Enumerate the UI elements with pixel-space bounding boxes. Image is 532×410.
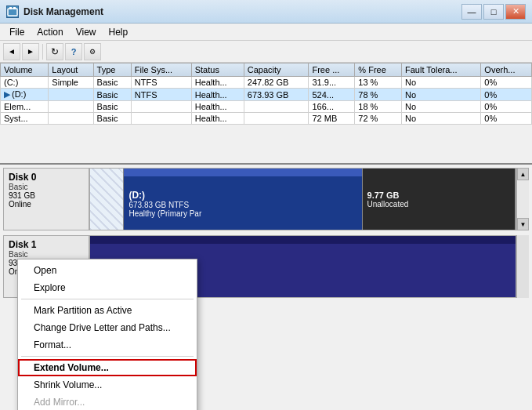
partition-0-unalloc[interactable]: 9.77 GB Unallocated bbox=[363, 169, 516, 230]
ctx-open[interactable]: Open bbox=[18, 262, 197, 279]
disk-0-title: Disk 0 bbox=[9, 172, 84, 183]
title-bar: Disk Management — □ ✕ bbox=[0, 0, 532, 24]
forward-button[interactable]: ► bbox=[22, 43, 39, 60]
menu-help[interactable]: Help bbox=[103, 25, 135, 39]
volume-table: Volume Layout Type File Sys... Status Ca… bbox=[0, 63, 532, 125]
table-cell: Basic bbox=[93, 101, 131, 113]
table-cell: NTFS bbox=[131, 77, 191, 89]
ctx-format[interactable]: Format... bbox=[18, 336, 197, 354]
col-pctfree[interactable]: % Free bbox=[355, 63, 402, 77]
table-row[interactable]: ▶(D:)BasicNTFSHealth...673.93 GB524...78… bbox=[1, 89, 532, 101]
close-button[interactable]: ✕ bbox=[505, 4, 526, 20]
table-cell bbox=[49, 113, 93, 125]
partition-unalloc-size: 9.77 GB bbox=[367, 190, 510, 200]
ctx-sep2 bbox=[21, 356, 194, 357]
context-menu: Open Explore Mark Partition as Active Ch… bbox=[17, 259, 197, 410]
title-bar-text: Disk Management bbox=[24, 6, 461, 17]
scrollbar-0[interactable]: ▲ ▼ bbox=[516, 168, 529, 230]
disk-1-type: Basic bbox=[9, 250, 84, 259]
table-cell bbox=[49, 101, 93, 113]
disk-0-status: Online bbox=[9, 200, 84, 209]
col-fault[interactable]: Fault Tolera... bbox=[402, 63, 481, 77]
main-area: Volume Layout Type File Sys... Status Ca… bbox=[0, 63, 532, 410]
table-cell bbox=[49, 89, 93, 101]
ctx-mark-active[interactable]: Mark Partition as Active bbox=[18, 302, 197, 319]
svg-rect-2 bbox=[13, 7, 16, 9]
properties-button[interactable]: ⚙ bbox=[84, 43, 101, 60]
table-cell bbox=[131, 101, 191, 113]
title-bar-icon bbox=[6, 5, 19, 18]
back-button[interactable]: ◄ bbox=[3, 43, 20, 60]
ctx-change-letter[interactable]: Change Drive Letter and Paths... bbox=[18, 319, 197, 336]
table-cell: No bbox=[402, 77, 481, 89]
partition-d-size: 673.83 GB NTFS bbox=[128, 201, 356, 209]
table-cell bbox=[244, 113, 309, 125]
table-cell: 72 MB bbox=[309, 113, 355, 125]
col-filesystem[interactable]: File Sys... bbox=[131, 63, 191, 77]
svg-rect-1 bbox=[9, 7, 12, 9]
menu-file[interactable]: File bbox=[3, 25, 31, 39]
ctx-add-mirror[interactable]: Add Mirror... bbox=[18, 394, 197, 410]
partition-0-d[interactable]: (D:) 673.83 GB NTFS Healthy (Primary Par bbox=[124, 169, 362, 230]
scrollbar-1[interactable] bbox=[516, 235, 529, 298]
table-cell: 13 % bbox=[355, 77, 402, 89]
disk-0-type: Basic bbox=[9, 183, 84, 191]
table-row[interactable]: (C:)SimpleBasicNTFSHealth...247.82 GB31.… bbox=[1, 77, 532, 89]
table-cell: 247.82 GB bbox=[244, 77, 309, 89]
table-row[interactable]: Syst...BasicHealth...72 MB72 %No0% bbox=[1, 113, 532, 125]
col-status[interactable]: Status bbox=[191, 63, 244, 77]
table-cell: 524... bbox=[309, 89, 355, 101]
table-row[interactable]: Elem...BasicHealth...166...18 %No0% bbox=[1, 101, 532, 113]
help-button[interactable]: ? bbox=[65, 43, 82, 60]
toolbar-sep1 bbox=[42, 44, 43, 60]
disk-label-0: Disk 0 Basic 931 GB Online bbox=[3, 168, 89, 230]
col-free[interactable]: Free ... bbox=[309, 63, 355, 77]
col-layout[interactable]: Layout bbox=[49, 63, 93, 77]
table-cell: Syst... bbox=[1, 113, 49, 125]
disk-1-title: Disk 1 bbox=[9, 239, 84, 250]
table-cell bbox=[244, 101, 309, 113]
table-cell: 0% bbox=[481, 89, 532, 101]
ctx-sep1 bbox=[21, 299, 194, 299]
table-area: Volume Layout Type File Sys... Status Ca… bbox=[0, 63, 532, 165]
menu-view[interactable]: View bbox=[70, 25, 103, 39]
disk-0-size: 931 GB bbox=[9, 191, 84, 200]
minimize-button[interactable]: — bbox=[461, 4, 482, 20]
table-cell: No bbox=[402, 89, 481, 101]
maximize-button[interactable]: □ bbox=[483, 4, 504, 20]
table-cell: (C:) bbox=[1, 77, 49, 89]
col-type[interactable]: Type bbox=[93, 63, 131, 77]
col-capacity[interactable]: Capacity bbox=[244, 63, 309, 77]
table-cell: NTFS bbox=[131, 89, 191, 101]
table-cell: 31.9... bbox=[309, 77, 355, 89]
partition-unalloc-label: Unallocated bbox=[367, 200, 510, 209]
table-cell: 78 % bbox=[355, 89, 402, 101]
table-cell: Health... bbox=[191, 89, 244, 101]
disk-view: Disk 0 Basic 931 GB Online (D:) 673.83 G… bbox=[0, 165, 532, 410]
menu-action[interactable]: Action bbox=[31, 25, 69, 39]
menu-bar: File Action View Help bbox=[0, 24, 532, 41]
disk-row-0: Disk 0 Basic 931 GB Online (D:) 673.83 G… bbox=[3, 168, 529, 230]
table-cell: Basic bbox=[93, 77, 131, 89]
table-cell: Health... bbox=[191, 113, 244, 125]
refresh-button[interactable]: ↻ bbox=[46, 43, 63, 60]
ctx-extend-volume[interactable]: Extend Volume... bbox=[18, 359, 197, 376]
table-cell: Basic bbox=[93, 89, 131, 101]
table-cell: Health... bbox=[191, 101, 244, 113]
partition-d-label: (D:) bbox=[128, 190, 356, 201]
ctx-explore[interactable]: Explore bbox=[18, 279, 197, 296]
table-cell: 18 % bbox=[355, 101, 402, 113]
col-volume[interactable]: Volume bbox=[1, 63, 49, 77]
table-cell bbox=[131, 113, 191, 125]
table-cell: No bbox=[402, 101, 481, 113]
partition-d-status: Healthy (Primary Par bbox=[128, 209, 356, 218]
table-cell: Elem... bbox=[1, 101, 49, 113]
ctx-shrink-volume[interactable]: Shrink Volume... bbox=[18, 376, 197, 394]
table-cell: No bbox=[402, 113, 481, 125]
table-cell: Health... bbox=[191, 77, 244, 89]
table-cell: 0% bbox=[481, 77, 532, 89]
partition-0-system[interactable] bbox=[90, 169, 124, 230]
disk-partitions-0: (D:) 673.83 GB NTFS Healthy (Primary Par… bbox=[89, 168, 516, 230]
col-overhead[interactable]: Overh... bbox=[481, 63, 532, 77]
table-cell: 72 % bbox=[355, 113, 402, 125]
